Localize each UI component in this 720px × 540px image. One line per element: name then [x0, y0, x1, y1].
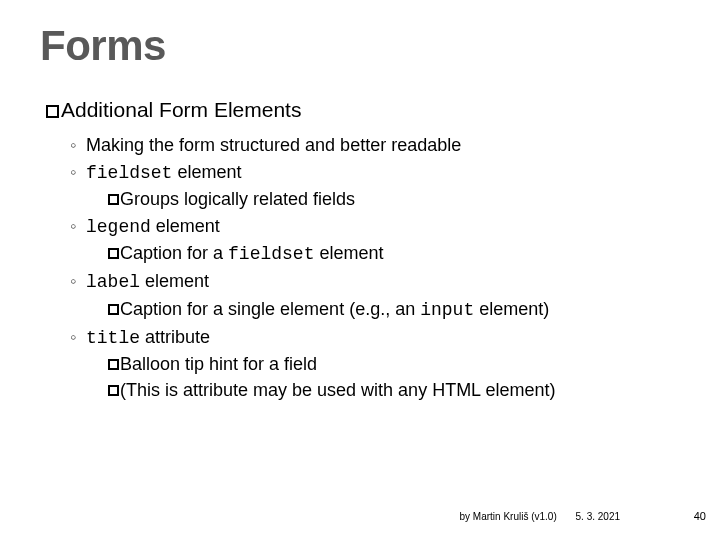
- sub-item: Balloon tip hint for a field: [108, 351, 680, 377]
- top-list: Making the form structured and better re…: [70, 132, 680, 403]
- item-code: title: [86, 328, 140, 348]
- item-text: attribute: [140, 327, 210, 347]
- list-item: Making the form structured and better re…: [70, 132, 680, 158]
- sub-pre: Caption for a: [120, 243, 228, 263]
- sub-code: input: [420, 300, 474, 320]
- sub-list: Balloon tip hint for a field (This is at…: [108, 351, 680, 403]
- sub-item: Caption for a single element (e.g., an i…: [108, 296, 680, 323]
- sub-code: fieldset: [228, 244, 314, 264]
- sub-text: (This is attribute may be used with any …: [120, 380, 556, 400]
- item-code: legend: [86, 217, 151, 237]
- sub-item: Groups logically related fields: [108, 186, 680, 212]
- subheading-text: Additional Form Elements: [61, 98, 301, 121]
- list-item: title attribute Balloon tip hint for a f…: [70, 324, 680, 403]
- sub-text: Groups logically related fields: [120, 189, 355, 209]
- bullet-box-icon: [108, 304, 119, 315]
- item-text: Making the form structured and better re…: [86, 135, 461, 155]
- item-text: element: [172, 162, 241, 182]
- sub-item: Caption for a fieldset element: [108, 240, 680, 267]
- bullet-box-icon: [108, 359, 119, 370]
- sub-post: element): [474, 299, 549, 319]
- sub-text: Balloon tip hint for a field: [120, 354, 317, 374]
- bullet-box-icon: [46, 105, 59, 118]
- page-number: 40: [694, 510, 706, 522]
- footer-author: by Martin Kruliš (v1.0): [459, 511, 556, 522]
- bullet-box-icon: [108, 248, 119, 259]
- sub-post: element: [314, 243, 383, 263]
- slide: Forms Additional Form Elements Making th…: [0, 0, 720, 540]
- item-text: element: [140, 271, 209, 291]
- sub-list: Groups logically related fields: [108, 186, 680, 212]
- item-code: fieldset: [86, 163, 172, 183]
- footer-date: 5. 3. 2021: [576, 511, 620, 522]
- slide-title: Forms: [40, 22, 680, 70]
- list-item: fieldset element Groups logically relate…: [70, 159, 680, 212]
- bullet-box-icon: [108, 385, 119, 396]
- subheading: Additional Form Elements: [46, 98, 680, 122]
- bullet-box-icon: [108, 194, 119, 205]
- sub-pre: Caption for a single element (e.g., an: [120, 299, 420, 319]
- list-item: label element Caption for a single eleme…: [70, 268, 680, 322]
- item-text: element: [151, 216, 220, 236]
- item-code: label: [86, 272, 140, 292]
- sub-list: Caption for a fieldset element: [108, 240, 680, 267]
- list-item: legend element Caption for a fieldset el…: [70, 213, 680, 267]
- footer: by Martin Kruliš (v1.0) 5. 3. 2021: [459, 511, 690, 522]
- sub-list: Caption for a single element (e.g., an i…: [108, 296, 680, 323]
- sub-item: (This is attribute may be used with any …: [108, 377, 680, 403]
